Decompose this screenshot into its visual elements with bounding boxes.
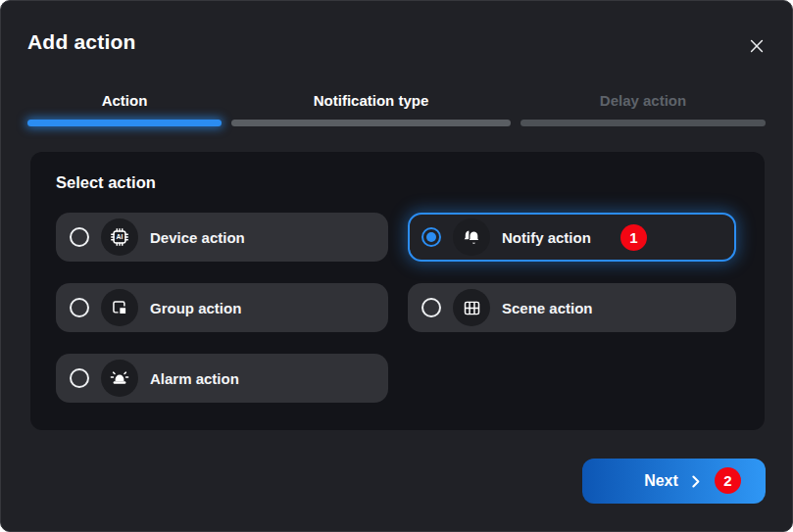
radio-checked-icon[interactable] (421, 227, 441, 247)
radio-unchecked-icon[interactable] (70, 298, 89, 317)
wizard-step-tabs: Action Notification type Delay action (27, 92, 766, 126)
tab-action-label: Action (102, 92, 148, 110)
tab-delay-action-progress-bar (520, 120, 766, 126)
option-device-action[interactable]: AI Device action (56, 213, 388, 262)
device-action-icon-circle: AI (101, 218, 138, 256)
chevron-right-icon (687, 473, 704, 490)
option-group-action[interactable]: Group action (56, 283, 388, 332)
radio-unchecked-icon[interactable] (70, 227, 89, 247)
group-action-icon-circle (101, 289, 138, 326)
annotation-step-badge-2: 2 (715, 467, 741, 494)
notify-action-icon-circle (453, 218, 490, 256)
tab-action-progress-bar (27, 120, 222, 126)
option-label: Group action (150, 300, 241, 316)
scene-filmstrip-icon (462, 298, 482, 318)
option-label: Alarm action (150, 370, 239, 387)
option-label: Device action (150, 229, 245, 246)
option-label: Notify action (502, 229, 591, 246)
alarm-action-icon-circle (101, 360, 138, 397)
option-alarm-action[interactable]: Alarm action (56, 354, 388, 403)
tab-notification-type-label: Notification type (314, 92, 429, 110)
option-label: Scene action (502, 300, 593, 316)
option-notify-action[interactable]: Notify action 1 (408, 213, 736, 262)
next-button-label: Next (644, 472, 678, 490)
alarm-siren-icon (109, 367, 130, 389)
option-scene-action[interactable]: Scene action (408, 283, 736, 332)
page-title: Add action (27, 30, 136, 54)
tab-action[interactable]: Action (27, 92, 222, 126)
next-button[interactable]: Next 2 (582, 459, 766, 504)
scene-action-icon-circle (453, 289, 490, 326)
bells-icon (461, 226, 483, 249)
radio-unchecked-icon[interactable] (421, 298, 441, 317)
tab-notification-type[interactable]: Notification type (231, 92, 511, 126)
panel-heading: Select action (56, 173, 156, 192)
select-action-panel: Select action AI Device action (30, 152, 765, 430)
tab-delay-action: Delay action (520, 92, 766, 126)
group-icon (110, 298, 130, 318)
svg-text:AI: AI (117, 233, 124, 240)
tab-notification-type-progress-bar (231, 120, 511, 126)
add-action-dialog: Add action Action Notification type Dela… (0, 0, 793, 532)
tab-delay-action-label: Delay action (600, 92, 686, 110)
ai-chip-icon: AI (109, 226, 130, 248)
radio-unchecked-icon[interactable] (70, 368, 89, 388)
close-button[interactable] (743, 32, 770, 60)
close-icon (747, 36, 767, 56)
annotation-step-badge-1: 1 (620, 224, 647, 251)
